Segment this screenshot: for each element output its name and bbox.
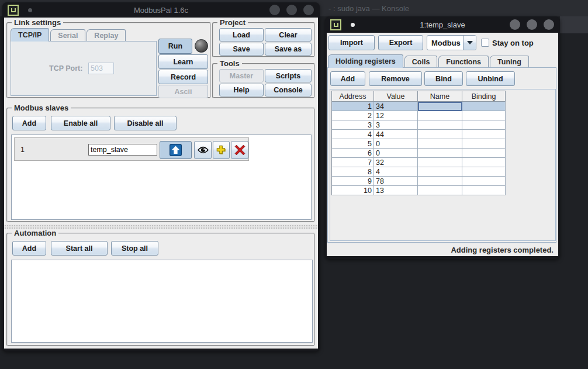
cell-name[interactable] [418, 130, 462, 139]
export-button[interactable]: Export [378, 35, 423, 50]
tab-replay[interactable]: Replay [87, 29, 126, 42]
cell-binding[interactable] [462, 177, 506, 186]
unbind-button[interactable]: Unbind [466, 71, 515, 86]
cell-binding[interactable] [462, 102, 506, 111]
help-button[interactable]: Help [219, 84, 264, 96]
cell-binding[interactable] [462, 130, 506, 139]
cell-address[interactable]: 7 [332, 158, 374, 167]
cell-address[interactable]: 4 [332, 130, 374, 139]
run-button[interactable]: Run [158, 39, 192, 54]
slave-duplicate-button[interactable] [213, 141, 230, 159]
cell-address[interactable]: 3 [332, 120, 374, 130]
tab-tcpip[interactable]: TCP/IP [11, 28, 49, 42]
cell-address[interactable]: 1 [332, 102, 374, 111]
cell-value[interactable]: 13 [374, 186, 418, 195]
column-header-binding[interactable]: Binding [462, 91, 506, 102]
cell-name[interactable] [418, 149, 462, 158]
start-all-button[interactable]: Start all [51, 241, 108, 256]
column-header-value[interactable]: Value [374, 91, 418, 102]
cell-name[interactable] [418, 102, 462, 111]
column-header-address[interactable]: Address [332, 91, 374, 102]
window-minimize-button[interactable] [269, 5, 280, 15]
cell-name[interactable] [418, 177, 462, 186]
tab-holding-registers[interactable]: Holding registers [328, 54, 403, 68]
tcp-port-input[interactable] [88, 63, 114, 74]
cell-address[interactable]: 2 [332, 111, 374, 120]
enable-all-button[interactable]: Enable all [51, 116, 110, 130]
cell-address[interactable]: 9 [332, 177, 374, 186]
cell-value[interactable]: 4 [374, 167, 418, 177]
slave-row[interactable]: 1 [14, 137, 249, 161]
cell-name[interactable] [418, 111, 462, 120]
cell-binding[interactable] [462, 111, 506, 120]
slave-titlebar[interactable]: 1:temp_slave [325, 16, 560, 33]
cell-address[interactable]: 6 [332, 149, 374, 158]
window-minimize-button[interactable] [510, 19, 520, 30]
cell-binding[interactable] [462, 158, 506, 167]
cell-value[interactable]: 34 [374, 102, 418, 111]
disable-all-button[interactable]: Disable all [114, 116, 177, 130]
learn-button[interactable]: Learn [158, 54, 208, 69]
cell-name[interactable] [418, 120, 462, 130]
cell-binding[interactable] [462, 149, 506, 158]
clear-button[interactable]: Clear [265, 28, 312, 42]
slave-view-button[interactable] [194, 141, 212, 159]
table-row[interactable]: 84 [332, 167, 506, 177]
stay-on-top-checkbox[interactable] [481, 39, 489, 47]
cell-value[interactable]: 0 [374, 149, 418, 158]
cell-address[interactable]: 8 [332, 167, 374, 177]
table-row[interactable]: 33 [332, 120, 506, 130]
cell-value[interactable]: 12 [374, 111, 418, 120]
slave-enabled-toggle[interactable] [160, 141, 192, 159]
console-button[interactable]: Console [265, 84, 312, 96]
cell-value[interactable]: 44 [374, 130, 418, 139]
window-maximize-button[interactable] [286, 5, 297, 15]
cell-binding[interactable] [462, 139, 506, 149]
tab-functions[interactable]: Functions [438, 56, 489, 68]
table-row[interactable]: 444 [332, 130, 506, 139]
table-row[interactable]: 732 [332, 158, 506, 167]
record-button[interactable]: Record [158, 70, 208, 84]
ascii-button[interactable]: Ascii [158, 85, 208, 98]
bind-button[interactable]: Bind [424, 71, 463, 86]
table-row[interactable]: 60 [332, 149, 506, 158]
modbus-mode-select[interactable]: Modbus [427, 35, 476, 50]
cell-name[interactable] [418, 139, 462, 149]
save-as-button[interactable]: Save as [265, 43, 312, 56]
register-remove-button[interactable]: Remove [369, 71, 422, 86]
cell-value[interactable]: 0 [374, 139, 418, 149]
import-button[interactable]: Import [328, 35, 375, 50]
cell-address[interactable]: 5 [332, 139, 374, 149]
cell-binding[interactable] [462, 120, 506, 130]
tab-coils[interactable]: Coils [404, 56, 438, 68]
register-add-button[interactable]: Add [330, 71, 365, 86]
tab-serial[interactable]: Serial [50, 29, 85, 42]
registers-scrollpane[interactable]: Address Value Name Binding 1342123344450… [330, 89, 556, 241]
window-close-button[interactable] [303, 5, 314, 15]
column-header-name[interactable]: Name [418, 91, 462, 102]
cell-binding[interactable] [462, 167, 506, 177]
stop-all-button[interactable]: Stop all [111, 241, 158, 256]
table-row[interactable]: 134 [332, 102, 506, 111]
slave-delete-button[interactable] [231, 141, 248, 159]
master-button[interactable]: Master [219, 69, 264, 82]
table-row[interactable]: 50 [332, 139, 506, 149]
table-row[interactable]: 978 [332, 177, 506, 186]
modbuspal-titlebar[interactable]: ModbusPal 1.6c [2, 2, 320, 18]
tab-tuning[interactable]: Tuning [490, 56, 529, 68]
load-button[interactable]: Load [219, 28, 264, 42]
cell-value[interactable]: 3 [374, 120, 418, 130]
table-row[interactable]: 1013 [332, 186, 506, 195]
automation-add-button[interactable]: Add [12, 241, 46, 256]
cell-name[interactable] [418, 186, 462, 195]
window-close-button[interactable] [544, 19, 554, 30]
scripts-button[interactable]: Scripts [265, 69, 312, 82]
save-button[interactable]: Save [219, 43, 264, 56]
cell-name[interactable] [418, 167, 462, 177]
cell-value[interactable]: 32 [374, 158, 418, 167]
slave-name-input[interactable] [88, 144, 157, 156]
cell-binding[interactable] [462, 186, 506, 195]
chevron-down-icon[interactable] [463, 36, 476, 50]
cell-address[interactable]: 10 [332, 186, 374, 195]
slave-add-button[interactable]: Add [12, 116, 46, 130]
